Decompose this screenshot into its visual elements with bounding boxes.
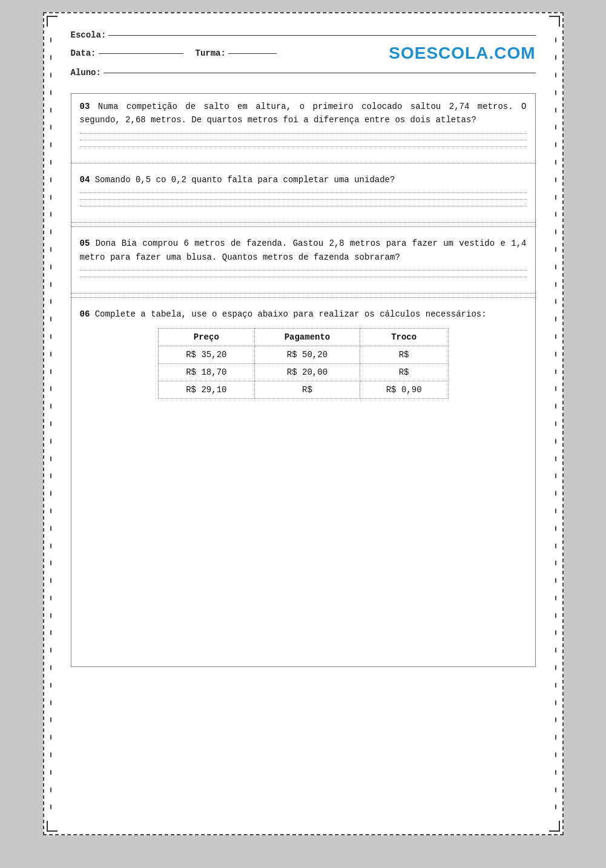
answer-lines-04 [80, 192, 527, 206]
question-03-number: 03 [80, 102, 90, 111]
data-line: Data: Turma: [71, 48, 277, 58]
table-row: R$ 35,20 R$ 50,20 R$ [158, 346, 448, 364]
page: Escola: Data: Turma: SOESCOLA.COM Aluno: [43, 12, 564, 835]
answer-line-04-3 [80, 206, 527, 206]
header-row2-left: Data: Turma: [71, 48, 277, 58]
col-header-preco: Preço [158, 329, 255, 346]
aluno-line: Aluno: [71, 68, 536, 77]
aluno-label: Aluno: [71, 68, 101, 77]
separator-05-06 [71, 293, 535, 294]
answer-line-03-3 [80, 146, 527, 147]
row2-preco: R$ 18,70 [158, 364, 255, 381]
table-header-row: Preço Pagamento Troco [158, 329, 448, 346]
answer-lines-05 [80, 270, 527, 277]
col-header-troco: Troco [360, 329, 448, 346]
separator-05-06b [71, 297, 535, 298]
answer-line-05-1 [80, 270, 527, 271]
logo: SOESCOLA.COM [389, 44, 535, 63]
side-dashes-right [554, 31, 558, 816]
escola-line: Escola: [71, 30, 536, 40]
escola-underline [108, 35, 535, 36]
question-05-block: 05 Dona Bia comprou 6 metros de fazenda.… [71, 231, 535, 289]
question-04-block: 04 Somando 0,5 co 0,2 quanto falta para … [71, 167, 535, 219]
row1-pagamento: R$ 50,20 [255, 346, 360, 364]
answer-line-05-2 [80, 277, 527, 277]
question-03-block: 03 Numa competição de salto em altura, o… [71, 94, 535, 159]
row2-troco: R$ [360, 364, 448, 381]
aluno-underline [104, 73, 536, 73]
answer-line-04-1 [80, 192, 527, 193]
corner-tr [549, 16, 560, 27]
answer-lines-03 [80, 133, 527, 147]
separator-03-04 [71, 163, 535, 163]
question-04-number: 04 [80, 175, 90, 185]
table-container: Preço Pagamento Troco R$ 35,20 R$ 50,20 … [158, 328, 449, 399]
row3-pagamento: R$ [255, 381, 360, 399]
row1-preco: R$ 35,20 [158, 346, 255, 364]
answer-line-03-2 [80, 140, 527, 140]
question-03-text: 03 Numa competição de salto em altura, o… [80, 100, 527, 127]
corner-br [549, 821, 560, 832]
blank-space-06 [80, 406, 527, 660]
corner-bl [47, 821, 58, 832]
question-04-text: 04 Somando 0,5 co 0,2 quanto falta para … [80, 173, 527, 186]
col-header-pagamento: Pagamento [255, 329, 360, 346]
header-row2: Data: Turma: SOESCOLA.COM [71, 44, 536, 63]
separator-04-05b [71, 226, 535, 227]
turma-label: Turma: [196, 48, 226, 58]
question-05-number: 05 [80, 238, 90, 248]
escola-label: Escola: [71, 30, 107, 40]
data-label: Data: [71, 48, 96, 58]
table-row: R$ 18,70 R$ 20,00 R$ [158, 364, 448, 381]
question-05-text: 05 Dona Bia comprou 6 metros de fazenda.… [80, 237, 527, 264]
row3-troco: R$ 0,90 [360, 381, 448, 399]
question-06-number: 06 [80, 309, 90, 319]
content-area: 03 Numa competição de salto em altura, o… [71, 93, 536, 667]
row1-troco: R$ [360, 346, 448, 364]
table-row: R$ 29,10 R$ R$ 0,90 [158, 381, 448, 399]
table-body: R$ 35,20 R$ 50,20 R$ R$ 18,70 R$ 20,00 R… [158, 346, 448, 399]
separator-04-05 [71, 222, 535, 223]
answer-line-03-1 [80, 133, 527, 134]
header: Escola: Data: Turma: SOESCOLA.COM Aluno: [71, 25, 536, 86]
question-06-text: 06 Complete a tabela, use o espaço abaix… [80, 307, 527, 321]
data-table: Preço Pagamento Troco R$ 35,20 R$ 50,20 … [158, 328, 449, 399]
side-dashes-left [49, 31, 53, 816]
question-06-block: 06 Complete a tabela, use o espaço abaix… [71, 301, 535, 666]
row3-preco: R$ 29,10 [158, 381, 255, 399]
answer-line-04-2 [80, 199, 527, 200]
corner-tl [47, 16, 58, 27]
row2-pagamento: R$ 20,00 [255, 364, 360, 381]
